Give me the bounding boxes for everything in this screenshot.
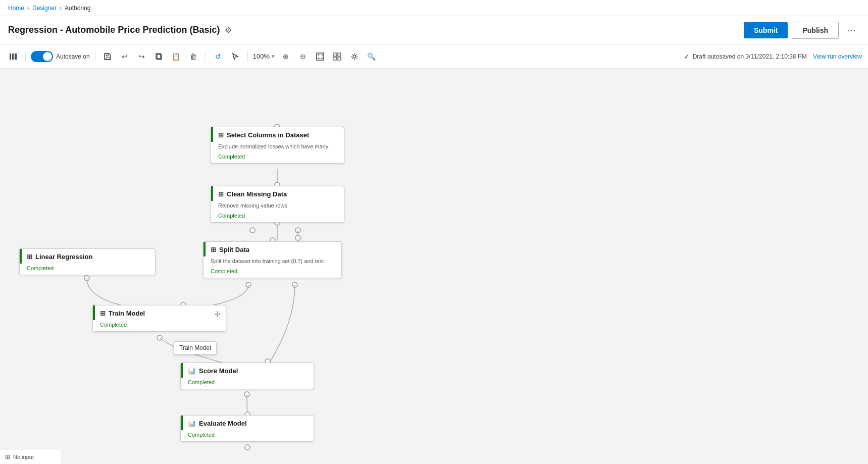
node-clean-missing-desc: Remove missing value rows — [211, 201, 344, 211]
toolbar-divider-3 — [206, 51, 206, 62]
node-split-data[interactable]: ⊞ Split Data Split the dataset into trai… — [203, 241, 342, 278]
svg-point-19 — [295, 228, 300, 233]
node-train-model-title: Train Model — [109, 310, 145, 317]
toolbar-divider-4 — [247, 51, 248, 62]
more-options-button[interactable]: ⋯ — [843, 23, 860, 38]
save-icon[interactable] — [100, 49, 115, 64]
node-clean-missing-title: Clean Missing Data — [227, 190, 287, 198]
node-linear-regression-header: ⊞ Linear Regression — [20, 249, 155, 264]
node-score-model-header: 📊 Score Model — [181, 363, 314, 378]
delete-icon[interactable]: 🗑 — [186, 49, 200, 64]
view-run-link[interactable]: View run overview — [813, 53, 862, 60]
svg-point-21 — [295, 235, 300, 240]
svg-rect-7 — [317, 53, 324, 60]
redo-icon[interactable]: ↪ — [135, 49, 149, 64]
autosave-label: Autosave on — [56, 53, 90, 60]
bottom-panel: ⊞ No input — [0, 449, 61, 464]
library-icon[interactable] — [6, 49, 20, 64]
node-evaluate-model[interactable]: 📊 Evaluate Model Completed — [180, 415, 314, 442]
pipeline-canvas: ⊞ Select Columns in Dataset Exclude norm… — [0, 69, 868, 464]
canvas-settings-icon[interactable] — [347, 49, 362, 64]
breadcrumb-current: Authoring — [65, 5, 90, 12]
svg-rect-10 — [334, 57, 337, 60]
node-linear-regression-status: Completed — [20, 264, 155, 275]
node-select-columns[interactable]: ⊞ Select Columns in Dataset Exclude norm… — [211, 127, 344, 164]
zoom-in-icon[interactable]: ⊕ — [279, 49, 293, 64]
breadcrumb-designer[interactable]: Designer — [32, 5, 57, 12]
zoom-level[interactable]: 100% ▼ — [253, 53, 276, 60]
svg-point-18 — [250, 228, 255, 233]
node-score-model-status: Completed — [181, 378, 314, 389]
page-title: Regression - Automobile Price Prediction… — [8, 25, 220, 35]
autosave-toggle-wrap: Autosave on — [31, 51, 90, 62]
node-split-data-status: Completed — [203, 267, 341, 278]
node-score-model-title: Score Model — [199, 367, 238, 375]
svg-rect-2 — [15, 54, 17, 60]
svg-point-12 — [353, 55, 356, 58]
svg-rect-1 — [12, 54, 14, 60]
toolbar-divider-1 — [25, 51, 26, 62]
node-clean-missing[interactable]: ⊞ Clean Missing Data Remove missing valu… — [211, 186, 344, 223]
select-icon[interactable] — [228, 49, 242, 64]
node-evaluate-model-header: 📊 Evaluate Model — [181, 416, 314, 430]
node-linear-regression-icon: ⊞ — [27, 253, 32, 261]
svg-rect-8 — [334, 53, 337, 56]
svg-point-23 — [246, 282, 251, 287]
refresh-icon[interactable]: ↺ — [211, 49, 225, 64]
zoom-out-icon[interactable]: ⊖ — [296, 49, 310, 64]
node-evaluate-model-title: Evaluate Model — [199, 420, 247, 427]
node-train-model[interactable]: ⊞ Train Model ✛ Completed — [92, 305, 226, 332]
copy-icon[interactable] — [152, 49, 166, 64]
breadcrumb-sep-1: › — [27, 5, 29, 12]
bottom-panel-label: No input — [13, 454, 34, 460]
node-train-model-status: Completed — [93, 320, 226, 331]
settings-icon[interactable]: ⚙ — [225, 25, 232, 35]
train-model-drag-handle[interactable]: ✛ — [214, 310, 221, 319]
autosave-status: ✓ Draft autosaved on 3/11/2021, 2:10:38 … — [684, 53, 807, 61]
node-split-data-title: Split Data — [219, 246, 249, 253]
breadcrumb-sep-2: › — [60, 5, 62, 12]
train-model-tooltip: Train Model — [174, 341, 217, 354]
node-clean-missing-icon: ⊞ — [218, 190, 224, 198]
node-linear-regression-title: Linear Regression — [35, 253, 92, 261]
node-evaluate-model-icon: 📊 — [188, 420, 196, 427]
node-score-model-icon: 📊 — [188, 367, 196, 375]
node-clean-missing-status: Completed — [211, 211, 344, 222]
autosave-toggle[interactable] — [31, 51, 53, 62]
submit-button[interactable]: Submit — [744, 22, 788, 38]
node-select-columns-title: Select Columns in Dataset — [227, 131, 309, 139]
svg-rect-11 — [338, 57, 341, 60]
svg-point-25 — [84, 276, 89, 281]
svg-point-29 — [244, 392, 249, 397]
node-split-data-icon: ⊞ — [211, 246, 216, 253]
undo-icon[interactable]: ↩ — [118, 49, 132, 64]
autosave-check-icon: ✓ — [684, 53, 690, 61]
node-score-model[interactable]: 📊 Score Model Completed — [180, 363, 314, 389]
svg-point-27 — [157, 335, 162, 340]
svg-rect-9 — [338, 53, 341, 56]
toolbar-divider-2 — [95, 51, 95, 62]
svg-rect-4 — [106, 54, 109, 56]
title-bar: Regression - Automobile Price Prediction… — [0, 16, 868, 44]
node-linear-regression[interactable]: ⊞ Linear Regression Completed — [19, 248, 156, 275]
node-split-data-desc: Split the dataset into training set (0.7… — [203, 256, 341, 267]
publish-button[interactable]: Publish — [792, 22, 839, 39]
autosave-text: Draft autosaved on 3/11/2021, 2:10:38 PM — [693, 53, 807, 60]
svg-rect-0 — [10, 54, 11, 60]
node-select-columns-header: ⊞ Select Columns in Dataset — [211, 127, 344, 142]
node-train-model-icon: ⊞ — [100, 310, 106, 317]
grid-icon[interactable] — [330, 49, 344, 64]
node-split-data-header: ⊞ Split Data — [203, 242, 341, 256]
fit-screen-icon[interactable] — [313, 49, 327, 64]
breadcrumb: Home › Designer › Authoring — [0, 0, 868, 16]
node-select-columns-desc: Exclude normalized losses which have man… — [211, 142, 344, 152]
search-icon[interactable]: 🔍 — [365, 49, 379, 64]
paste-icon[interactable]: 📋 — [169, 49, 183, 64]
toolbar: Autosave on ↩ ↪ 📋 🗑 ↺ 100% ▼ ⊕ ⊖ — [0, 44, 868, 69]
node-select-columns-icon: ⊞ — [218, 131, 224, 139]
node-clean-missing-header: ⊞ Clean Missing Data — [211, 186, 344, 201]
svg-point-31 — [245, 445, 250, 450]
node-train-model-header: ⊞ Train Model — [93, 305, 226, 320]
svg-point-24 — [292, 282, 297, 287]
breadcrumb-home[interactable]: Home — [8, 5, 24, 12]
